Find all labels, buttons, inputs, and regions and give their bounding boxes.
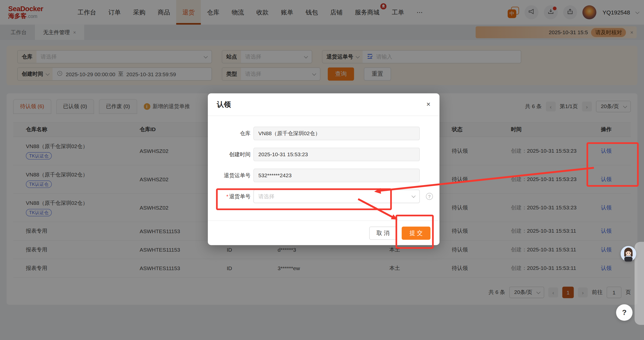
waybill-field-value: 532******2423: [253, 169, 420, 182]
warehouse-field-label: 仓库: [208, 130, 251, 137]
customer-service-avatar[interactable]: [620, 246, 636, 262]
chevron-down-icon: [412, 194, 416, 198]
claim-modal: 认领 × 仓库 VN88（原千仓深圳02仓） 创建时间 2025-10-31 1…: [208, 93, 439, 245]
modal-title: 认领: [217, 100, 231, 109]
app-root: SeaDocker 海多客.com 工作台 订单 采购 商品 退货 仓库 物流 …: [0, 0, 644, 340]
close-icon[interactable]: ×: [426, 100, 430, 108]
warehouse-field-value: VN88（原千仓深圳02仓）: [253, 127, 420, 140]
cancel-button[interactable]: 取 消: [369, 226, 397, 239]
waybill-field-label: 退货运单号: [208, 172, 251, 179]
help-button[interactable]: ?: [616, 304, 633, 321]
return-no-select[interactable]: 请选择: [253, 190, 420, 203]
modal-body: 仓库 VN88（原千仓深圳02仓） 创建时间 2025-10-31 15:53:…: [208, 116, 439, 203]
question-circle-icon[interactable]: ?: [426, 193, 433, 200]
required-asterisk: *: [226, 193, 228, 199]
return-no-field-label: *退货单号: [208, 193, 251, 200]
created-field-label: 创建时间: [208, 151, 251, 158]
modal-header: 认领 ×: [208, 93, 439, 116]
return-no-placeholder: 请选择: [258, 193, 274, 200]
created-field-value: 2025-10-31 15:53:23: [253, 148, 420, 161]
modal-footer: 取 消 提 交: [208, 221, 439, 245]
submit-button[interactable]: 提 交: [402, 226, 431, 239]
